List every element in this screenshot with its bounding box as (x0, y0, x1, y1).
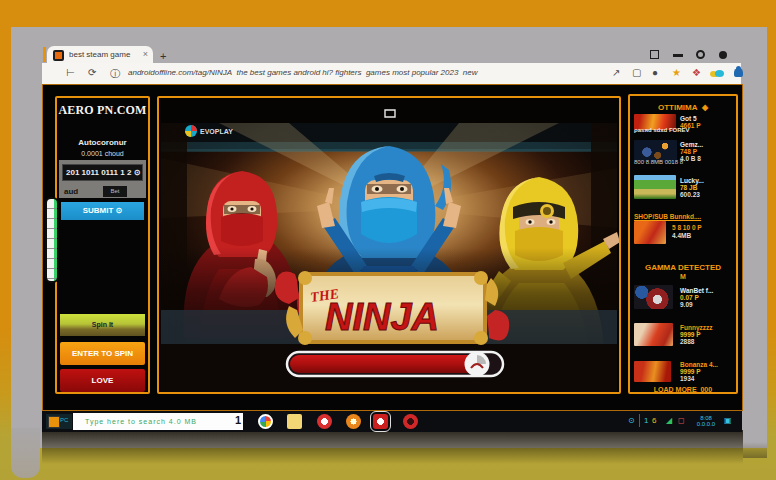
svg-text:EVOPLAY: EVOPLAY (200, 128, 233, 135)
svg-text:NINJA: NINJA (325, 296, 439, 338)
